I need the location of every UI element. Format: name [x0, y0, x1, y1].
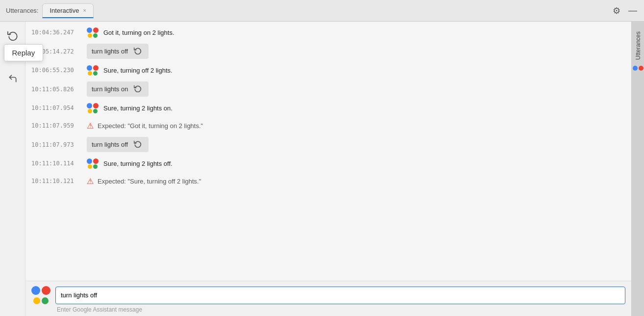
replay-btn-container: Replay — [4, 26, 22, 44]
message-text: Got it, turning on 2 lights. — [103, 29, 625, 36]
replay-utterance-button[interactable] — [132, 46, 144, 57]
big-dot-blue — [31, 286, 40, 295]
utterances-tab-label: Utterances — [635, 31, 642, 60]
left-toolbar: Replay — [0, 22, 25, 316]
timestamp: 10:11:05.826 — [31, 86, 83, 93]
right-sidebar: Utterances — [631, 22, 644, 316]
bottom-input-area: Enter Google Assistant message — [25, 281, 631, 316]
timestamp: 10:05:14.272 — [31, 48, 83, 55]
replay-toolbar-button[interactable] — [4, 26, 22, 44]
user-text: turn lights on — [92, 85, 128, 93]
dot-green — [93, 33, 98, 38]
gear-button[interactable]: ⚙ — [612, 4, 621, 17]
timestamp: 10:11:07.954 — [31, 105, 83, 111]
user-utterance-box: turn lights off — [87, 137, 149, 152]
error-text: Expected: "Sure, turning off 2 lights." — [98, 178, 625, 185]
google-assistant-icon — [87, 103, 99, 113]
error-icon: ⚠ — [87, 177, 94, 186]
error-icon: ⚠ — [87, 121, 94, 131]
message-text: Sure, turning 2 lights on. — [103, 105, 625, 112]
utterances-sidebar-tab[interactable]: Utterances — [631, 26, 644, 76]
dot-green — [93, 71, 98, 76]
utterances-label: Utterances: — [6, 7, 38, 14]
dot-yellow — [88, 164, 92, 169]
dot-red — [93, 65, 99, 71]
sidebar-dot-blue — [633, 66, 638, 71]
title-bar-actions: ⚙ — — [612, 4, 638, 17]
save-toolbar-button[interactable] — [4, 48, 22, 66]
message-row: 10:11:07.973 turn lights off — [25, 134, 631, 155]
input-row — [31, 286, 625, 304]
timestamp: 10:06:55.230 — [31, 67, 83, 74]
message-row: 10:05:14.272 turn lights off — [25, 41, 631, 61]
content-area: Replay 10:04: — [0, 22, 644, 316]
dot-yellow — [88, 71, 92, 76]
dot-blue — [87, 65, 92, 71]
undo-toolbar-button[interactable] — [4, 70, 22, 87]
tab-label: Interactive — [50, 7, 79, 14]
dot-red — [93, 158, 99, 164]
google-assistant-big-icon — [31, 286, 50, 304]
message-row: 10:11:07.954 Sure, turning 2 lights on. — [25, 99, 631, 117]
messages-area: 10:04:36.247 Got it, turning on 2 lights… — [25, 22, 631, 281]
timestamp: 10:04:36.247 — [31, 29, 83, 36]
big-dot-green — [42, 297, 49, 304]
dot-green — [93, 109, 98, 113]
error-text: Expected: "Got it, turning on 2 lights." — [98, 122, 625, 130]
sidebar-dot-red — [639, 66, 644, 71]
dot-blue — [87, 27, 92, 33]
dot-green — [93, 164, 98, 169]
message-row: 10:11:10.114 Sure, turning 2 lights off. — [25, 155, 631, 172]
user-utterance-box: turn lights on — [87, 81, 149, 97]
big-dot-red — [42, 286, 50, 295]
replay-utterance-button[interactable] — [132, 83, 144, 95]
dot-blue — [87, 103, 92, 108]
message-row: 10:11:05.826 turn lights on — [25, 79, 631, 99]
timestamp: 10:11:10.114 — [31, 160, 83, 167]
main-panel: 10:04:36.247 Got it, turning on 2 lights… — [25, 22, 631, 316]
dot-red — [93, 103, 99, 108]
timestamp: 10:11:10.121 — [31, 178, 83, 184]
interactive-tab[interactable]: Interactive × — [42, 3, 93, 18]
dot-blue — [87, 158, 92, 164]
user-text: turn lights off — [92, 48, 128, 55]
dot-yellow — [88, 109, 92, 113]
message-row: 10:06:55.230 Sure, turning off 2 lights. — [25, 61, 631, 79]
message-input[interactable] — [55, 287, 625, 304]
timestamp: 10:11:07.973 — [31, 141, 83, 148]
input-hint: Enter Google Assistant message — [31, 306, 625, 313]
big-dot-yellow — [33, 297, 40, 304]
replay-utterance-button[interactable] — [132, 139, 144, 150]
error-row: 10:11:07.959 ⚠ Expected: "Got it, turnin… — [25, 117, 631, 134]
main-window: Utterances: Interactive × ⚙ — Replay — [0, 0, 644, 316]
message-text: Sure, turning 2 lights off. — [103, 160, 625, 167]
dot-red — [93, 27, 99, 33]
google-assistant-icon — [87, 158, 99, 169]
google-assistant-icon — [87, 27, 99, 38]
message-text: Sure, turning off 2 lights. — [103, 67, 625, 74]
message-row: 10:04:36.247 Got it, turning on 2 lights… — [25, 24, 631, 41]
google-assistant-icon — [87, 65, 99, 76]
timestamp: 10:11:07.959 — [31, 122, 83, 129]
error-row: 10:11:10.121 ⚠ Expected: "Sure, turning … — [25, 172, 631, 190]
utterances-tab-icon — [633, 66, 644, 71]
dot-yellow — [88, 33, 92, 38]
tab-close-button[interactable]: × — [83, 8, 86, 13]
minimize-button[interactable]: — — [627, 4, 638, 17]
user-text: turn lights off — [92, 141, 128, 148]
user-utterance-box: turn lights off — [87, 44, 149, 59]
title-bar: Utterances: Interactive × ⚙ — — [0, 0, 644, 22]
